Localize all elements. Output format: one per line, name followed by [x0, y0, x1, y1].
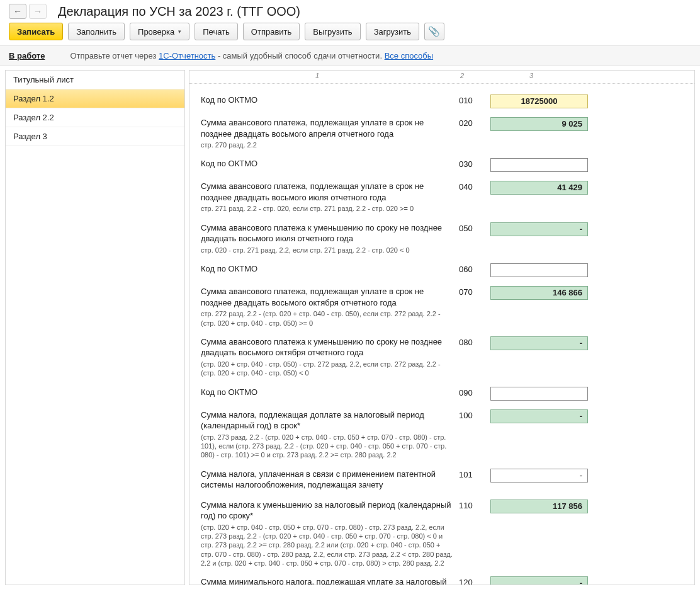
check-button[interactable]: Проверка ▾: [130, 23, 189, 40]
row-value-field[interactable]: -: [490, 336, 588, 350]
row-sublabel: стр. 272 разд. 2.2 - (стр. 020 + стр. 04…: [201, 309, 453, 328]
row-code: 020: [459, 117, 490, 128]
ruler-col-3: 3: [529, 72, 533, 79]
row-label: Код по ОКТМО: [201, 159, 257, 168]
row-code: 090: [459, 387, 490, 397]
chevron-down-icon: ▾: [178, 28, 181, 35]
status-link-all[interactable]: Все способы: [385, 51, 433, 60]
row-code: 070: [459, 286, 490, 297]
row-value-field[interactable]: 146 866: [490, 286, 588, 300]
check-button-label: Проверка: [138, 27, 174, 37]
row-label: Код по ОКТМО: [201, 264, 257, 273]
ruler-col-1: 1: [315, 72, 319, 79]
row-label: Сумма авансового платежа, подлежащая упл…: [201, 118, 424, 139]
row-label: Сумма налога, подлежащая доплате за нало…: [201, 410, 424, 431]
attach-button[interactable]: 📎: [424, 23, 444, 40]
status-msg-post: - самый удобный способ сдачи отчетности.: [218, 51, 385, 60]
row-label: Сумма налога к уменьшению за налоговый п…: [201, 500, 451, 521]
status-bar: В работе Отправьте отчет через 1С-Отчетн…: [0, 45, 700, 66]
row-value-field[interactable]: -: [490, 576, 588, 585]
row-code: 120: [459, 576, 490, 585]
row-value-field[interactable]: 9 025: [490, 117, 588, 131]
form-row: Сумма авансового платежа к уменьшению по…: [201, 332, 683, 382]
form-row: Сумма налога к уменьшению за налоговый п…: [201, 495, 683, 573]
row-code: 010: [459, 94, 490, 105]
form-content: 1 2 3 Код по ОКТМО01018725000Сумма аванс…: [189, 70, 695, 585]
row-value-field[interactable]: [490, 263, 588, 277]
row-sublabel: (стр. 273 разд. 2.2 - (стр. 020 + стр. 0…: [201, 433, 453, 460]
row-label: Сумма авансового платежа к уменьшению по…: [201, 337, 442, 358]
form-row: Код по ОКТМО030: [201, 154, 683, 176]
paperclip-icon: 📎: [428, 26, 440, 37]
row-value-field[interactable]: 117 856: [490, 500, 588, 513]
row-sublabel: (стр. 020 + стр. 040 - стр. 050) - стр. …: [201, 360, 453, 378]
row-value-field[interactable]: [490, 158, 588, 172]
row-value-field[interactable]: 41 429: [490, 181, 588, 195]
status-msg-pre: Отправьте отчет через: [70, 51, 159, 60]
column-ruler: 1 2 3: [189, 71, 694, 84]
row-label: Код по ОКТМО: [201, 387, 257, 397]
row-value-field[interactable]: -: [490, 222, 588, 236]
nav-back-button[interactable]: ←: [9, 4, 26, 19]
form-row: Код по ОКТМО060: [201, 259, 683, 282]
row-code: 080: [459, 336, 490, 347]
row-code: 030: [459, 158, 490, 169]
row-value-field[interactable]: [490, 387, 588, 401]
print-button[interactable]: Печать: [195, 23, 238, 40]
page-title: Декларация по УСН за 2023 г. (ТТГ ООО): [58, 4, 300, 19]
row-code: 060: [459, 263, 490, 274]
save-button[interactable]: Записать: [9, 23, 63, 40]
row-value-field[interactable]: 18725000: [490, 94, 588, 108]
row-code: 101: [459, 469, 490, 479]
row-sublabel: стр. 271 разд. 2.2 - стр. 020, если стр.…: [201, 204, 453, 213]
form-row: Код по ОКТМО090: [201, 382, 683, 405]
row-code: 100: [459, 409, 490, 420]
sidebar-item-section-3[interactable]: Раздел 3: [6, 127, 184, 146]
form-row: Сумма минимального налога, подлежащая уп…: [201, 572, 683, 585]
form-row: Сумма авансового платежа, подлежащая упл…: [201, 282, 683, 332]
status-state[interactable]: В работе: [9, 51, 45, 60]
sections-sidebar: Титульный лист Раздел 1.2 Раздел 2.2 Раз…: [5, 70, 185, 585]
row-code: 040: [459, 181, 490, 191]
sidebar-item-title-page[interactable]: Титульный лист: [6, 71, 184, 89]
status-link-1c[interactable]: 1С-Отчетность: [159, 51, 215, 60]
sidebar-item-section-1-2[interactable]: Раздел 1.2: [6, 89, 184, 108]
row-code: 050: [459, 222, 490, 233]
nav-forward-button[interactable]: →: [29, 4, 47, 19]
row-sublabel: (стр. 020 + стр. 040 - стр. 050 + стр. 0…: [201, 523, 453, 568]
row-label: Сумма налога, уплаченная в связи с приме…: [201, 469, 436, 490]
row-label: Код по ОКТМО: [201, 95, 257, 105]
form-row: Сумма налога, уплаченная в связи с приме…: [201, 464, 683, 495]
form-row: Сумма авансового платежа к уменьшению по…: [201, 218, 683, 259]
row-value-field[interactable]: -: [490, 409, 588, 423]
row-label: Сумма авансового платежа к уменьшению по…: [201, 223, 442, 244]
form-row: Код по ОКТМО01018725000: [201, 90, 683, 113]
download-button[interactable]: Загрузить: [366, 23, 419, 40]
upload-button[interactable]: Выгрузить: [305, 23, 360, 40]
row-value-field[interactable]: -: [490, 469, 588, 483]
fill-button[interactable]: Заполнить: [68, 23, 125, 40]
send-button[interactable]: Отправить: [243, 23, 300, 40]
form-row: Сумма авансового платежа, подлежащая упл…: [201, 113, 683, 154]
row-label: Сумма минимального налога, подлежащая уп…: [201, 577, 446, 585]
form-row: Сумма авансового платежа, подлежащая упл…: [201, 176, 683, 217]
row-sublabel: стр. 020 - стр. 271 разд. 2.2, если стр.…: [201, 246, 453, 254]
form-row: Сумма налога, подлежащая доплате за нало…: [201, 405, 683, 464]
row-label: Сумма авансового платежа, подлежащая упл…: [201, 287, 424, 307]
row-sublabel: стр. 270 разд. 2.2: [201, 140, 453, 149]
row-label: Сумма авансового платежа, подлежащая упл…: [201, 181, 424, 202]
sidebar-item-section-2-2[interactable]: Раздел 2.2: [6, 108, 184, 127]
row-code: 110: [459, 500, 490, 510]
ruler-col-2: 2: [460, 72, 464, 79]
